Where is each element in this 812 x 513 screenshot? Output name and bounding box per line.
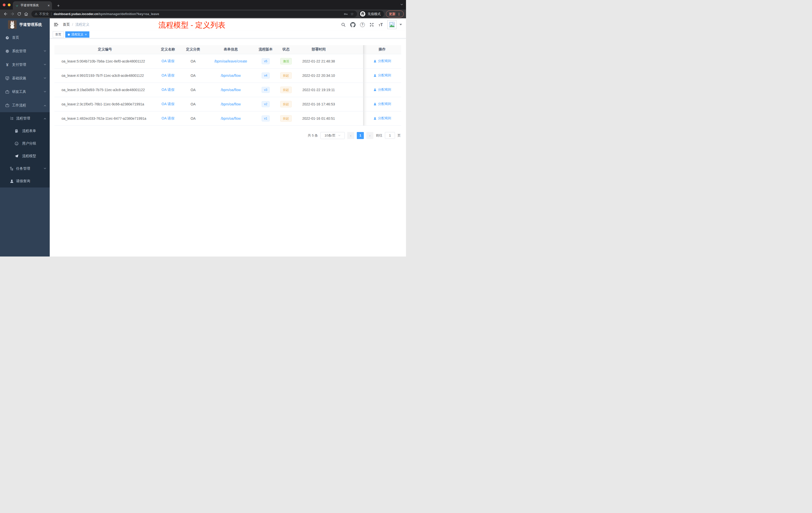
password-key-icon[interactable]	[344, 12, 348, 16]
browser-toolbar: ⚠ 不安全 dashboard.yudao.iocoder.cn/bpm/man…	[0, 9, 406, 18]
breadcrumb-current: 流程定义	[75, 22, 89, 27]
minimize-window-button[interactable]	[8, 3, 10, 6]
top-navbar: 首页 / 流程定义 ? TT	[50, 18, 406, 31]
column-header: 定义分类	[180, 45, 206, 54]
form-link[interactable]: /bpm/oa/flow	[221, 88, 240, 92]
forward-button[interactable]	[9, 10, 16, 17]
select-chevron-icon	[338, 134, 341, 137]
tab-close-icon[interactable]: ×	[48, 4, 50, 7]
definition-id: oa_leave:3:1fad3d93-7b75-11ec-a3c8-acde4…	[61, 88, 145, 92]
github-icon[interactable]	[350, 22, 355, 27]
sidebar-item-home[interactable]: 首页	[0, 31, 50, 44]
deploy-time: 2022-01-16 17:46:53	[302, 102, 335, 106]
browser-tab[interactable]: 芋道管理系统 ×	[13, 1, 52, 9]
font-size-icon[interactable]: TT	[379, 23, 383, 27]
smiley-user-icon	[14, 141, 19, 146]
sidebar-item-label: 流程管理	[16, 116, 30, 121]
app-title: 芋道管理系统	[19, 22, 42, 27]
assign-rule-link[interactable]: 分配规则	[373, 73, 391, 78]
bookmark-star-icon[interactable]: ☆	[350, 12, 354, 16]
sidebar-item-process-management[interactable]: 流程管理	[0, 112, 50, 125]
tab-search-chevron-icon[interactable]	[400, 3, 404, 7]
assign-rule-link[interactable]: 分配规则	[373, 59, 391, 63]
breadcrumb-home[interactable]: 首页	[63, 22, 70, 27]
definition-id: oa_leave:1:482ec033-762a-11ec-8477-a2380…	[61, 117, 146, 120]
form-link[interactable]: /bpm/oa/flow	[221, 117, 240, 120]
sidebar-item-leave-query[interactable]: 请假查询	[0, 175, 50, 187]
close-window-button[interactable]	[3, 3, 5, 6]
column-header: 流程版本	[256, 45, 276, 54]
page-unit-label: 页	[398, 133, 401, 138]
search-icon[interactable]	[341, 22, 346, 27]
assign-rule-link[interactable]: 分配规则	[373, 102, 391, 106]
update-chrome-button[interactable]: 更新 ⋮	[386, 10, 404, 17]
url-path: /bpm/manager/definition?key=oa_leave	[98, 12, 159, 16]
tag-close-icon[interactable]: ×	[85, 33, 87, 36]
sidebar-item-process-model[interactable]: 流程模型	[0, 150, 50, 162]
form-link[interactable]: /bpm/oa/leave/create	[214, 59, 247, 63]
avatar-dropdown-caret-icon[interactable]	[400, 24, 402, 25]
column-header: 定义编号	[55, 45, 155, 54]
status-badge: 挂起	[280, 72, 292, 79]
definition-name-link[interactable]: OA 请假	[162, 59, 174, 63]
breadcrumb-separator: /	[72, 23, 73, 27]
column-header: 操作	[363, 45, 401, 54]
form-link[interactable]: /bpm/oa/flow	[221, 102, 240, 106]
page-size-select[interactable]: 10条/页	[320, 132, 345, 139]
definition-name-link[interactable]: OA 请假	[162, 116, 174, 120]
column-header: 部署时间	[296, 45, 341, 54]
sidebar-item-payment[interactable]: ¥ 支付管理	[0, 58, 50, 71]
sidebar-item-system[interactable]: 系统管理	[0, 44, 50, 58]
tag-process-definition[interactable]: 流程定义 ×	[65, 31, 89, 38]
definition-category: OA	[191, 59, 196, 63]
version-badge: v3	[262, 87, 270, 93]
address-bar[interactable]: ⚠ 不安全 dashboard.yudao.iocoder.cn/bpm/man…	[31, 10, 357, 17]
page-number-button[interactable]: 1	[357, 132, 364, 139]
sidebar-item-user-group[interactable]: 用户分组	[0, 137, 50, 150]
sidebar-collapse-icon[interactable]	[53, 22, 59, 27]
fullscreen-icon[interactable]	[369, 22, 374, 27]
sidebar-item-label: 流程表单	[22, 129, 36, 133]
sidebar-item-dev-tools[interactable]: 研发工具	[0, 85, 50, 99]
reload-button[interactable]	[16, 10, 23, 17]
definition-name-link[interactable]: OA 请假	[162, 88, 174, 92]
help-icon[interactable]: ?	[360, 22, 365, 27]
assign-rule-link[interactable]: 分配规则	[373, 87, 391, 92]
next-page-button[interactable]: ›	[366, 132, 373, 139]
sidebar-item-process-form[interactable]: 流程表单	[0, 125, 50, 137]
avatar[interactable]	[387, 20, 397, 29]
sidebar-item-infrastructure[interactable]: 基础设施	[0, 71, 50, 85]
definition-name-link[interactable]: OA 请假	[162, 102, 174, 106]
new-tab-button[interactable]	[55, 2, 61, 9]
sidebar-item-workflow[interactable]: 工作流程	[0, 99, 50, 112]
home-button[interactable]	[23, 10, 29, 17]
form-link[interactable]: /bpm/oa/flow	[221, 73, 240, 78]
person-icon	[373, 59, 377, 63]
chevron-up-icon	[44, 117, 47, 120]
person-icon	[373, 102, 377, 105]
definition-id: oa_leave:5:004b710b-7b8a-11ec-8ef0-acde4…	[61, 59, 145, 63]
assign-rule-link[interactable]: 分配规则	[373, 116, 391, 120]
update-label: 更新	[389, 12, 396, 16]
sidebar-item-task-management[interactable]: 任务管理	[0, 162, 50, 175]
goto-page-input[interactable]	[385, 132, 395, 139]
browser-menu-icon[interactable]: ⋮	[397, 12, 401, 16]
back-button[interactable]	[2, 10, 9, 17]
pagination: 共 5 条 10条/页 ‹ 1 › 前往 页	[55, 132, 401, 139]
incognito-badge: 无痕模式	[359, 10, 384, 18]
definition-category: OA	[191, 88, 196, 92]
filler-cell	[341, 83, 363, 97]
version-badge: v1	[262, 116, 270, 121]
document-edit-icon	[14, 129, 19, 133]
status-badge: 挂起	[280, 101, 292, 108]
deploy-time: 2022-01-16 01:40:51	[302, 117, 335, 120]
person-icon	[9, 179, 14, 183]
tag-home[interactable]: 首页	[53, 31, 64, 38]
chevron-down-icon	[44, 76, 47, 80]
definition-name-link[interactable]: OA 请假	[162, 73, 174, 77]
table-row: oa_leave:2:3c1f0ef1-76b1-11ec-9c66-a2380…	[55, 97, 401, 111]
sidebar-item-label: 基础设施	[12, 76, 26, 81]
prev-page-button[interactable]: ‹	[347, 132, 354, 139]
filler-cell	[341, 97, 363, 111]
definition-id: oa_leave:2:3c1f0ef1-76b1-11ec-9c66-a2380…	[61, 102, 144, 106]
